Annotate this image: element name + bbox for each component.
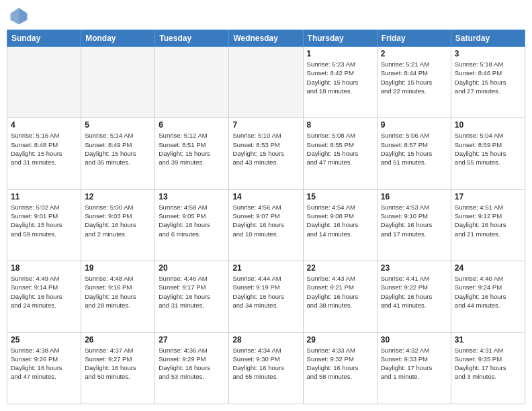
calendar-cell	[229, 47, 303, 118]
day-info: Sunrise: 5:02 AMSunset: 9:01 PMDaylight:…	[11, 203, 77, 238]
day-info: Sunrise: 4:46 AMSunset: 9:17 PMDaylight:…	[159, 274, 225, 310]
day-number: 26	[85, 335, 151, 345]
weekday-header-tuesday: Tuesday	[155, 30, 229, 47]
day-info: Sunrise: 4:53 AMSunset: 9:10 PMDaylight:…	[381, 203, 447, 238]
day-info: Sunrise: 5:04 AMSunset: 8:59 PMDaylight:…	[455, 131, 521, 167]
day-number: 13	[159, 192, 225, 201]
day-number: 7	[232, 120, 299, 130]
calendar-cell: 22Sunrise: 4:43 AMSunset: 9:21 PMDayligh…	[303, 261, 377, 332]
day-number: 4	[11, 120, 77, 130]
day-number: 14	[232, 192, 299, 201]
day-number: 5	[85, 120, 151, 130]
calendar-cell: 20Sunrise: 4:46 AMSunset: 9:17 PMDayligh…	[155, 261, 229, 332]
day-number: 28	[232, 335, 299, 345]
day-info: Sunrise: 5:00 AMSunset: 9:03 PMDaylight:…	[85, 203, 151, 238]
calendar-cell: 24Sunrise: 4:40 AMSunset: 9:24 PMDayligh…	[451, 261, 525, 332]
calendar-cell: 18Sunrise: 4:49 AMSunset: 9:14 PMDayligh…	[7, 261, 81, 332]
day-number: 18	[11, 263, 77, 273]
calendar-cell: 7Sunrise: 5:10 AMSunset: 8:53 PMDaylight…	[229, 118, 303, 189]
day-info: Sunrise: 4:36 AMSunset: 9:29 PMDaylight:…	[159, 346, 225, 381]
day-info: Sunrise: 4:48 AMSunset: 9:16 PMDaylight:…	[85, 274, 151, 310]
day-number: 22	[307, 263, 373, 273]
day-number: 29	[307, 335, 373, 345]
day-number: 3	[455, 49, 521, 58]
day-info: Sunrise: 5:16 AMSunset: 8:48 PMDaylight:…	[11, 131, 77, 167]
day-info: Sunrise: 4:58 AMSunset: 9:05 PMDaylight:…	[159, 203, 225, 238]
day-info: Sunrise: 4:49 AMSunset: 9:14 PMDaylight:…	[11, 274, 77, 310]
weekday-header-row: SundayMondayTuesdayWednesdayThursdayFrid…	[7, 30, 525, 47]
logo	[9, 7, 31, 26]
day-number: 27	[159, 335, 225, 345]
calendar-cell: 2Sunrise: 5:21 AMSunset: 8:44 PMDaylight…	[377, 47, 451, 118]
calendar-cell	[155, 47, 229, 118]
day-info: Sunrise: 5:23 AMSunset: 8:42 PMDaylight:…	[307, 60, 373, 95]
weekday-header-wednesday: Wednesday	[229, 30, 303, 47]
weekday-header-monday: Monday	[81, 30, 155, 47]
day-number: 21	[232, 263, 299, 273]
day-info: Sunrise: 4:34 AMSunset: 9:30 PMDaylight:…	[232, 346, 299, 381]
calendar-cell: 23Sunrise: 4:41 AMSunset: 9:22 PMDayligh…	[377, 261, 451, 332]
calendar-cell: 3Sunrise: 5:18 AMSunset: 8:46 PMDaylight…	[451, 47, 525, 118]
calendar-cell: 29Sunrise: 4:33 AMSunset: 9:32 PMDayligh…	[303, 332, 377, 404]
calendar-cell: 6Sunrise: 5:12 AMSunset: 8:51 PMDaylight…	[155, 118, 229, 189]
calendar-cell: 19Sunrise: 4:48 AMSunset: 9:16 PMDayligh…	[81, 261, 155, 332]
day-number: 20	[159, 263, 225, 273]
day-number: 17	[455, 192, 521, 201]
calendar-cell: 27Sunrise: 4:36 AMSunset: 9:29 PMDayligh…	[155, 332, 229, 404]
calendar-cell: 13Sunrise: 4:58 AMSunset: 9:05 PMDayligh…	[155, 189, 229, 261]
day-info: Sunrise: 4:41 AMSunset: 9:22 PMDaylight:…	[381, 274, 447, 310]
calendar-cell: 1Sunrise: 5:23 AMSunset: 8:42 PMDaylight…	[303, 47, 377, 118]
week-row-2: 4Sunrise: 5:16 AMSunset: 8:48 PMDaylight…	[7, 118, 525, 189]
day-info: Sunrise: 4:56 AMSunset: 9:07 PMDaylight:…	[232, 203, 299, 238]
day-number: 12	[85, 192, 151, 201]
week-row-4: 18Sunrise: 4:49 AMSunset: 9:14 PMDayligh…	[7, 261, 525, 332]
day-info: Sunrise: 4:54 AMSunset: 9:08 PMDaylight:…	[307, 203, 373, 238]
day-number: 16	[381, 192, 447, 201]
calendar-cell: 17Sunrise: 4:51 AMSunset: 9:12 PMDayligh…	[451, 189, 525, 261]
day-info: Sunrise: 4:32 AMSunset: 9:33 PMDaylight:…	[381, 346, 447, 381]
weekday-header-saturday: Saturday	[451, 30, 525, 47]
calendar-cell: 11Sunrise: 5:02 AMSunset: 9:01 PMDayligh…	[7, 189, 81, 261]
svg-marker-1	[19, 7, 28, 24]
calendar-cell: 16Sunrise: 4:53 AMSunset: 9:10 PMDayligh…	[377, 189, 451, 261]
day-info: Sunrise: 4:40 AMSunset: 9:24 PMDaylight:…	[455, 274, 521, 310]
day-number: 8	[307, 120, 373, 130]
calendar-cell: 4Sunrise: 5:16 AMSunset: 8:48 PMDaylight…	[7, 118, 81, 189]
day-info: Sunrise: 4:33 AMSunset: 9:32 PMDaylight:…	[307, 346, 373, 381]
weekday-header-thursday: Thursday	[303, 30, 377, 47]
day-number: 2	[381, 49, 447, 58]
day-info: Sunrise: 4:37 AMSunset: 9:27 PMDaylight:…	[85, 346, 151, 381]
day-number: 19	[85, 263, 151, 273]
calendar-cell: 30Sunrise: 4:32 AMSunset: 9:33 PMDayligh…	[377, 332, 451, 404]
week-row-5: 25Sunrise: 4:38 AMSunset: 9:26 PMDayligh…	[7, 332, 525, 404]
day-number: 15	[307, 192, 373, 201]
day-info: Sunrise: 5:21 AMSunset: 8:44 PMDaylight:…	[381, 60, 447, 95]
header	[7, 7, 525, 26]
day-number: 31	[455, 335, 521, 345]
day-info: Sunrise: 5:14 AMSunset: 8:49 PMDaylight:…	[85, 131, 151, 167]
day-info: Sunrise: 5:10 AMSunset: 8:53 PMDaylight:…	[232, 131, 299, 167]
calendar-cell: 25Sunrise: 4:38 AMSunset: 9:26 PMDayligh…	[7, 332, 81, 404]
calendar-cell: 9Sunrise: 5:06 AMSunset: 8:57 PMDaylight…	[377, 118, 451, 189]
calendar-cell: 8Sunrise: 5:08 AMSunset: 8:55 PMDaylight…	[303, 118, 377, 189]
day-info: Sunrise: 4:43 AMSunset: 9:21 PMDaylight:…	[307, 274, 373, 310]
day-number: 6	[159, 120, 225, 130]
svg-marker-2	[10, 7, 19, 24]
calendar-cell: 12Sunrise: 5:00 AMSunset: 9:03 PMDayligh…	[81, 189, 155, 261]
calendar-cell: 5Sunrise: 5:14 AMSunset: 8:49 PMDaylight…	[81, 118, 155, 189]
day-info: Sunrise: 5:08 AMSunset: 8:55 PMDaylight:…	[307, 131, 373, 167]
logo-icon	[9, 7, 28, 26]
day-number: 1	[307, 49, 373, 58]
weekday-header-sunday: Sunday	[7, 30, 81, 47]
calendar-cell: 31Sunrise: 4:31 AMSunset: 9:35 PMDayligh…	[451, 332, 525, 404]
calendar-table: SundayMondayTuesdayWednesdayThursdayFrid…	[7, 30, 525, 404]
day-info: Sunrise: 4:51 AMSunset: 9:12 PMDaylight:…	[455, 203, 521, 238]
day-number: 11	[11, 192, 77, 201]
day-number: 10	[455, 120, 521, 130]
week-row-1: 1Sunrise: 5:23 AMSunset: 8:42 PMDaylight…	[7, 47, 525, 118]
calendar-cell: 15Sunrise: 4:54 AMSunset: 9:08 PMDayligh…	[303, 189, 377, 261]
week-row-3: 11Sunrise: 5:02 AMSunset: 9:01 PMDayligh…	[7, 189, 525, 261]
weekday-header-friday: Friday	[377, 30, 451, 47]
page: SundayMondayTuesdayWednesdayThursdayFrid…	[0, 0, 532, 411]
calendar-cell: 28Sunrise: 4:34 AMSunset: 9:30 PMDayligh…	[229, 332, 303, 404]
